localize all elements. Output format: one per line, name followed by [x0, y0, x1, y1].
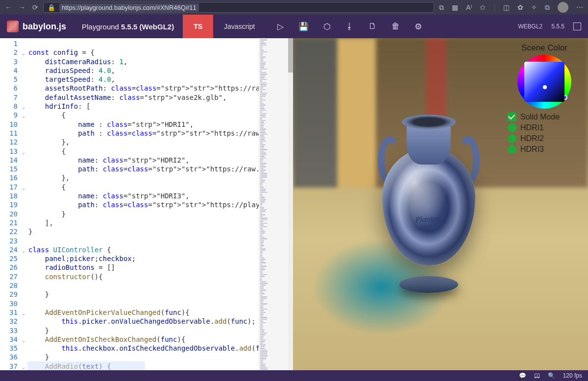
lock-icon: 🔒: [48, 4, 55, 11]
play-icon[interactable]: ▷: [277, 22, 284, 32]
code-line[interactable]: },: [28, 173, 293, 182]
docs-icon[interactable]: 🕮: [534, 372, 540, 379]
nav-back-icon[interactable]: ←: [5, 3, 12, 11]
code-line[interactable]: path : class=class="strp">"str">"https:/…: [28, 129, 293, 138]
code-line[interactable]: radioButtons = []: [28, 263, 293, 272]
settings-icon[interactable]: ⚙: [415, 22, 422, 32]
radio-icon[interactable]: [508, 134, 516, 143]
scene-color-title: Scene Color: [508, 43, 581, 53]
minimap[interactable]: [259, 38, 288, 370]
address-bar[interactable]: 🔒 https://playground.babylonjs.com/#XNR4…: [43, 2, 434, 13]
code-line[interactable]: hdriInfo: [: [28, 102, 293, 111]
scene-overlay-panel: Scene Color Solid ModeHDRI1HDRI2HDRI3: [508, 43, 581, 156]
code-editor[interactable]: 12⌄345678⌄9⌄10111213⌄14151617⌄1819202122…: [0, 38, 293, 370]
code-line[interactable]: radiusSpeed: 4.0,: [28, 66, 293, 75]
code-line[interactable]: targetSpeed: 4.0,: [28, 75, 293, 84]
code-line[interactable]: AddEventOnIsCheckBoxChanged(func){: [28, 335, 293, 344]
code-line[interactable]: }: [28, 353, 293, 361]
brand-text: babylon.js: [23, 22, 66, 32]
hdri-option[interactable]: HDRI3: [508, 145, 581, 154]
tab-typescript[interactable]: TS: [183, 15, 213, 38]
code-line[interactable]: AddEventOnPickerValueChanged(func){: [28, 308, 293, 317]
download-icon[interactable]: ⭳: [345, 22, 354, 31]
fold-icon[interactable]: ⌄: [22, 363, 25, 372]
nav-forward-icon[interactable]: →: [19, 3, 25, 11]
code-line[interactable]: defaultAssetName: class="strp">"vase2k.g…: [28, 93, 293, 102]
webgl-label[interactable]: WEBGL2: [518, 23, 542, 30]
code-line[interactable]: }: [28, 290, 293, 299]
line-gutter: 12⌄345678⌄9⌄10111213⌄14151617⌄1819202122…: [0, 38, 27, 370]
code-line[interactable]: [28, 237, 293, 245]
code-area[interactable]: const config = { distCameraRadius: 1, ra…: [27, 38, 293, 370]
search-icon[interactable]: 🔍: [548, 372, 555, 379]
code-line[interactable]: {: [28, 147, 293, 156]
option-label: Solid Mode: [520, 113, 560, 121]
inspector-icon[interactable]: ⬡: [323, 22, 331, 32]
option-label: HDRI1: [520, 123, 544, 132]
version-label[interactable]: 5.5.5: [551, 23, 564, 30]
qr-icon[interactable]: ▦: [452, 3, 458, 11]
collections-icon[interactable]: ⧉: [545, 3, 550, 12]
selection-highlight: [27, 361, 145, 370]
code-line[interactable]: }: [28, 210, 293, 218]
code-line[interactable]: this.checkbox.onIsCheckedChangedObservab…: [28, 344, 293, 353]
save-icon[interactable]: 💾: [298, 22, 309, 32]
tab-javascript[interactable]: Javascript: [213, 15, 266, 38]
code-line[interactable]: const config = {: [28, 48, 293, 57]
color-picker-dot[interactable]: [543, 85, 547, 89]
code-line[interactable]: class UIController {: [28, 245, 293, 254]
hdri-option[interactable]: HDRI2: [508, 134, 581, 143]
option-label: HDRI2: [520, 134, 544, 143]
url-text: https://playground.babylonjs.com/#XNR46Q…: [59, 3, 199, 12]
code-line[interactable]: [28, 299, 293, 308]
read-aloud-icon[interactable]: A⁾: [466, 3, 472, 11]
code-line[interactable]: name: class="strp">"HDRI2",: [28, 156, 293, 165]
brand[interactable]: babylon.js: [0, 21, 73, 32]
code-line[interactable]: [28, 39, 293, 48]
browser-chrome: ← → ⟳ 🔒 https://playground.babylonjs.com…: [0, 0, 588, 15]
code-line[interactable]: path: class=class="strp">"str">"https://…: [28, 200, 293, 209]
hdri-option[interactable]: HDRI1: [508, 123, 581, 132]
new-icon[interactable]: 🗋: [368, 22, 377, 31]
radio-icon[interactable]: [508, 123, 516, 132]
more-icon[interactable]: ⋯: [576, 3, 583, 11]
profile-avatar[interactable]: [558, 2, 568, 13]
code-line[interactable]: }: [28, 326, 293, 335]
code-line[interactable]: }: [28, 227, 293, 236]
code-line[interactable]: panel;picker;checkbox;: [28, 254, 293, 263]
code-line[interactable]: ],: [28, 218, 293, 227]
device-icon[interactable]: ⧉: [439, 3, 444, 12]
radio-icon[interactable]: [508, 145, 516, 154]
extensions-icon[interactable]: ✿: [517, 3, 523, 11]
vase-model[interactable]: Plantag.: [375, 105, 483, 301]
code-line[interactable]: {: [28, 183, 293, 191]
vase-inscription: Plantag.: [415, 214, 443, 224]
code-line[interactable]: name: class="strp">"HDRI3",: [28, 191, 293, 200]
code-line[interactable]: [28, 281, 293, 290]
code-line[interactable]: {: [28, 111, 293, 119]
scene-view[interactable]: Plantag. Scene Color Solid ModeHDRI1HDRI…: [293, 38, 588, 370]
safe-mode-icon[interactable]: [573, 23, 581, 30]
code-line[interactable]: distCameraRadius: 1,: [28, 57, 293, 66]
code-line[interactable]: assetsRootPath: class=class="strp">"str"…: [28, 84, 293, 93]
code-line[interactable]: path: class=class="strp">"str">"https://…: [28, 165, 293, 173]
playground-label: Playground 5.5.5 (WebGL2): [73, 23, 183, 31]
favorite-icon[interactable]: ✩: [480, 3, 486, 11]
solid-mode-toggle[interactable]: Solid Mode: [508, 113, 581, 121]
app-header: babylon.js Playground 5.5.5 (WebGL2) TS …: [0, 15, 588, 38]
clear-icon[interactable]: 🗑: [392, 22, 400, 31]
split-icon[interactable]: ◫: [503, 3, 510, 11]
favorites-bar-icon[interactable]: ✧: [531, 3, 537, 11]
code-line[interactable]: this.picker.onValueChangedObservable.add…: [28, 317, 293, 326]
code-line[interactable]: },: [28, 138, 293, 146]
code-line[interactable]: constructor(){: [28, 272, 293, 281]
babylon-logo-icon: [7, 21, 19, 32]
color-picker-wheel[interactable]: [517, 55, 571, 109]
nav-refresh-icon[interactable]: ⟳: [32, 3, 38, 11]
hue-handle[interactable]: [563, 95, 567, 100]
vertical-scrollbar[interactable]: [288, 38, 293, 370]
forum-icon[interactable]: 💬: [519, 372, 526, 379]
code-line[interactable]: name : class="strp">"HDRI1",: [28, 120, 293, 129]
status-bar: 💬 🕮 🔍 120 fps: [0, 370, 588, 381]
checkbox-icon[interactable]: [508, 113, 516, 121]
